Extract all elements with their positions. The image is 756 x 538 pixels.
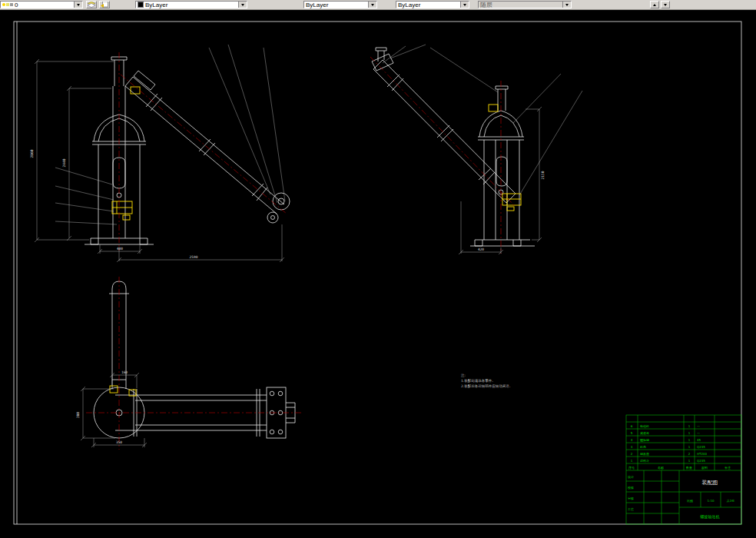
part-name: 进料斗 <box>640 459 649 463</box>
part-no: 4 <box>631 438 633 442</box>
part-no: 2 <box>631 452 633 456</box>
notes-line2: 2.装配后各运转部件应转动灵活。 <box>461 384 512 388</box>
toolbar-scroll-down-button[interactable] <box>661 1 670 8</box>
sheet-count: 共1张 <box>727 499 735 503</box>
part-material: — <box>697 424 700 428</box>
sun-icon <box>6 3 9 6</box>
dim-front-height: 2860 <box>30 149 34 158</box>
part-no: 5 <box>631 431 633 435</box>
layer-previous-icon <box>101 2 108 8</box>
front-view: 2860 2440 2590 400 <box>30 45 290 262</box>
part-name: 机壳 <box>639 445 646 449</box>
dim-plan-flange: 160 <box>121 370 128 374</box>
chevron-down-icon[interactable] <box>74 2 82 8</box>
dim-plan-height: 380 <box>76 412 80 418</box>
cad-application-window: 0 ByLayer ByLayer ByLayer <box>0 0 756 538</box>
part-material: — <box>697 431 700 435</box>
layer-combo[interactable]: 0 <box>0 1 83 8</box>
object-properties-toolbar: 0 ByLayer ByLayer ByLayer <box>0 0 756 10</box>
dimensions-side <box>383 45 582 254</box>
drive-unit-front <box>112 87 140 220</box>
centerlines-plan <box>86 277 301 450</box>
lineweight-combo[interactable]: ByLayer <box>396 1 469 8</box>
chevron-down-icon[interactable] <box>460 2 469 8</box>
list-header-no: 序号 <box>628 466 635 470</box>
linetype-combo-value: ByLayer <box>304 2 368 8</box>
part-no: 3 <box>631 445 633 449</box>
notes-line1: 1.装配前清洗各零件。 <box>461 378 496 383</box>
dim-front-base: 400 <box>117 247 123 251</box>
color-swatch <box>138 2 144 8</box>
dim-front-mid-height: 2440 <box>62 158 66 167</box>
title-block: 序号 名称 数量 材料 备注 6 电动机 1 — 5 减速器 1 — 4 螺旋轴… <box>626 415 741 524</box>
layer-combo-value: 0 <box>13 2 74 8</box>
plotstyle-combo-value: 随层 <box>479 2 562 8</box>
label-approve: 审核 <box>628 496 634 500</box>
dim-side-base: 420 <box>478 247 484 251</box>
plotstyle-combo: 随层 <box>478 1 572 8</box>
scale-value: 1:10 <box>708 499 715 503</box>
part-qty: 1 <box>688 431 691 435</box>
linetype-combo[interactable]: ByLayer <box>303 1 377 8</box>
part-name: 减速器 <box>640 431 649 435</box>
list-header-name: 名称 <box>658 466 664 470</box>
part-qty: 1 <box>688 459 691 463</box>
make-object-layer-current-button[interactable] <box>86 1 97 8</box>
lineweight-combo-value: ByLayer <box>396 2 460 8</box>
part-qty: 1 <box>688 424 691 428</box>
color-combo[interactable]: ByLayer <box>135 1 247 8</box>
dimensions-front <box>35 45 285 262</box>
part-material: Q235 <box>697 459 705 463</box>
part-material: Q235 <box>697 445 705 449</box>
dim-side-height: 2150 <box>541 171 545 179</box>
drawing-canvas[interactable]: 2860 2440 2590 400 <box>0 9 756 538</box>
label-process: 工艺 <box>628 507 634 511</box>
part-qty: 2 <box>688 452 691 456</box>
product-name: 螺旋输送机 <box>701 514 720 520</box>
notes-title: 注: <box>461 374 466 377</box>
list-header-remark: 备注 <box>724 466 731 470</box>
chevron-down-icon[interactable] <box>238 2 247 8</box>
part-name: 电动机 <box>640 424 649 428</box>
dim-plan-base: 350 <box>116 440 122 444</box>
layer-previous-button[interactable] <box>99 1 110 8</box>
part-no: 1 <box>631 459 633 463</box>
part-qty: 1 <box>688 438 691 442</box>
label-scale: 比例 <box>687 499 693 503</box>
part-qty: 1 <box>688 445 691 449</box>
side-view: 2150 420 <box>370 45 582 254</box>
part-material: HT200 <box>697 452 708 456</box>
toolbar-scroll-up-button[interactable] <box>650 1 659 8</box>
bulb-icon <box>2 3 5 6</box>
layer-state-icons <box>2 3 13 6</box>
part-name: 轴承座 <box>640 452 649 456</box>
list-header-qty: 数量 <box>686 466 692 470</box>
plan-view: 380 160 350 <box>76 277 301 450</box>
chevron-down-icon <box>562 2 571 8</box>
label-check: 校核 <box>627 486 634 490</box>
technical-notes: 注: 1.装配前清洗各零件。 2.装配后各运转部件应转动灵活。 <box>461 374 512 388</box>
chevron-down-icon[interactable] <box>368 2 376 8</box>
dim-front-span: 2590 <box>190 255 198 259</box>
layers-icon <box>88 2 95 8</box>
drawing-title: 装配图 <box>702 480 718 486</box>
model-space: 2860 2440 2590 400 <box>0 9 756 538</box>
part-material: 45 <box>697 438 701 442</box>
part-no: 6 <box>631 424 633 428</box>
list-header-material: 材料 <box>701 466 708 470</box>
part-name: 螺旋轴 <box>640 438 649 442</box>
centerlines-side <box>370 57 515 254</box>
label-design: 设计 <box>628 475 634 479</box>
color-combo-value: ByLayer <box>144 2 238 8</box>
